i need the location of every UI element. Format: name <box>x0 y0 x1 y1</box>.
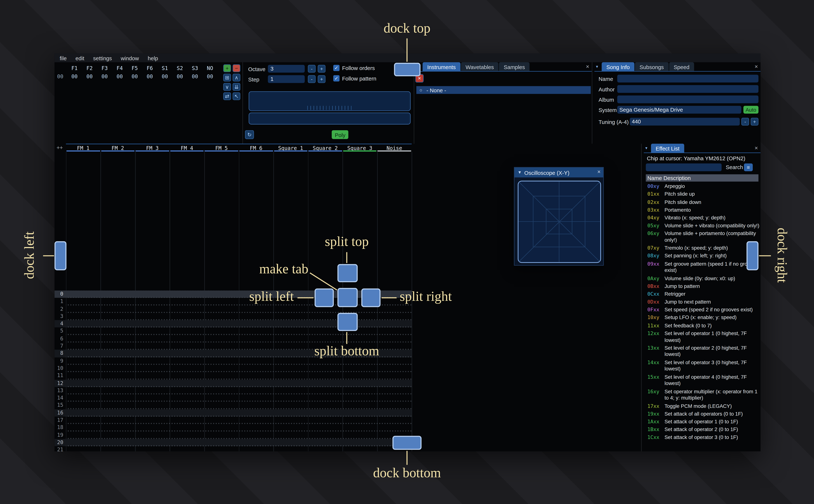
pattern-row[interactable]: 18 <box>55 424 412 431</box>
order-move-down-button[interactable]: ∨ <box>223 83 231 91</box>
dock-target-bottom[interactable] <box>392 436 422 450</box>
follow-pattern-checkbox[interactable]: ✓ Follow pattern <box>333 75 376 81</box>
pattern-cells[interactable] <box>66 439 412 446</box>
step-input[interactable]: 1 <box>268 75 305 83</box>
effect-row[interactable]: 12xx Set level of operator 1 (0 highest,… <box>646 330 761 344</box>
effect-row[interactable]: 0Cxx Retrigger <box>646 290 761 298</box>
effect-row[interactable]: 11xx Set feedback (0 to 7) <box>646 322 761 330</box>
pattern-row[interactable]: 5 <box>55 328 412 335</box>
effect-row[interactable]: 16xy Set operator multiplier (x: operato… <box>646 388 761 402</box>
piano-widget-lower[interactable] <box>249 113 411 125</box>
pattern-cells[interactable] <box>66 335 412 342</box>
pattern-cells[interactable] <box>66 431 412 439</box>
order-edit-button[interactable]: ↖ <box>233 92 240 100</box>
order-cell[interactable]: 00 <box>97 74 112 79</box>
pattern-row[interactable]: 17 <box>55 417 412 424</box>
tuning-plus-button[interactable]: + <box>751 118 758 125</box>
pattern-cells[interactable] <box>66 446 412 452</box>
pattern-row[interactable]: 4 <box>55 320 412 328</box>
dock-target-right[interactable] <box>747 241 759 270</box>
effect-row[interactable]: 00xy Arpeggio <box>646 183 761 190</box>
auto-system-button[interactable]: Auto <box>743 106 759 114</box>
order-cell[interactable]: 00 <box>67 74 82 79</box>
effect-search-input[interactable] <box>646 163 722 171</box>
pattern-row[interactable]: 15 <box>55 402 412 409</box>
pattern-cells[interactable] <box>66 291 412 298</box>
order-change-button[interactable]: ⇄ <box>223 92 231 100</box>
pattern-cells[interactable] <box>66 305 412 313</box>
channel-header[interactable]: FM 3 <box>135 144 170 152</box>
make-tab-target[interactable] <box>337 288 358 307</box>
tab-samples[interactable]: Samples <box>499 62 530 71</box>
effect-row[interactable]: 0Bxx Jump to pattern <box>646 282 761 290</box>
menu-item[interactable]: window <box>121 55 139 61</box>
effect-row[interactable]: 03xx Portamento <box>646 206 761 214</box>
order-cell[interactable]: 00 <box>142 74 157 79</box>
channel-header[interactable]: FM 6 <box>239 144 273 152</box>
author-input[interactable] <box>617 85 759 93</box>
effect-row[interactable]: 05xy Volume slide + vibrato (compatibili… <box>646 222 761 230</box>
channel-header[interactable]: Square 2 <box>308 144 343 152</box>
pattern-row[interactable]: 11 <box>55 372 412 379</box>
close-icon[interactable]: × <box>586 63 589 70</box>
order-cell[interactable]: 00 <box>112 74 127 79</box>
hamburger-menu-icon[interactable]: ≡ <box>744 163 753 171</box>
effect-row[interactable]: 0Dxx Jump to next pattern <box>646 298 761 306</box>
tuning-input[interactable]: 440 <box>630 118 740 125</box>
channel-header[interactable]: FM 5 <box>204 144 239 152</box>
pattern-cells[interactable] <box>66 394 412 402</box>
pattern-expand-button[interactable]: ++ <box>57 145 63 151</box>
tab-speed[interactable]: Speed <box>669 62 694 71</box>
pattern-row[interactable]: 20 <box>55 439 412 446</box>
order-remove-button[interactable]: − <box>233 64 240 72</box>
menu-item[interactable]: help <box>148 55 158 61</box>
pattern-row[interactable]: 19 <box>55 431 412 439</box>
octave-plus-button[interactable]: + <box>318 65 325 73</box>
pattern-row[interactable]: 2 <box>55 305 412 313</box>
split-target-right[interactable] <box>361 288 380 307</box>
channel-header[interactable]: FM 4 <box>170 144 204 152</box>
order-move-up-button[interactable]: ∧ <box>233 74 240 81</box>
pattern-cells[interactable] <box>66 387 412 394</box>
order-cell[interactable]: 00 <box>172 74 187 79</box>
order-duplicate-end-button[interactable]: ⇊ <box>233 83 240 91</box>
pattern-row[interactable]: 10 <box>55 365 412 372</box>
effect-row[interactable]: 19xx Set attack of all operators (0 to 1… <box>646 410 761 418</box>
step-plus-button[interactable]: + <box>318 75 325 83</box>
pattern-row[interactable]: 21 <box>55 446 412 452</box>
pattern-cells[interactable] <box>66 379 412 387</box>
tab-effect-list[interactable]: Effect List <box>651 144 684 153</box>
effect-row[interactable]: 1Axx Set attack of operator 1 (0 to 1F) <box>646 418 761 426</box>
channel-header[interactable]: FM 2 <box>100 144 135 152</box>
pattern-row[interactable]: 1 <box>55 298 412 305</box>
instrument-list-item[interactable]: ○ - None - <box>417 86 591 94</box>
octave-minus-button[interactable]: - <box>308 65 315 73</box>
pattern-row[interactable]: 16 <box>55 409 412 417</box>
dock-target-left[interactable] <box>55 241 67 270</box>
split-target-left[interactable] <box>315 288 334 307</box>
close-icon[interactable]: × <box>597 169 601 175</box>
order-duplicate-button[interactable]: ⊞ <box>223 74 231 81</box>
tab-subsongs[interactable]: Subsongs <box>635 62 668 71</box>
pattern-cells[interactable] <box>66 298 412 305</box>
pattern-row[interactable]: 6 <box>55 335 412 342</box>
channel-header[interactable]: FM 1 <box>66 144 101 152</box>
effect-row[interactable]: 1Cxx Set attack of operator 3 (0 to 1F) <box>646 434 761 442</box>
order-cell[interactable]: 00 <box>127 74 142 79</box>
effect-row[interactable]: 04xy Vibrato (x: speed; y: depth) <box>646 214 761 222</box>
pattern-cells[interactable] <box>66 328 412 335</box>
pattern-cells[interactable] <box>66 417 412 424</box>
order-row[interactable]: 00000000000000000000 <box>67 74 217 79</box>
pattern-cells[interactable] <box>66 424 412 431</box>
pattern-row[interactable]: 14 <box>55 394 412 402</box>
channel-header[interactable]: Noise <box>377 144 412 152</box>
effect-row[interactable]: 07xy Tremolo (x: speed; y: depth) <box>646 244 761 252</box>
album-input[interactable] <box>617 95 759 103</box>
dock-target-top[interactable] <box>394 63 421 76</box>
pattern-cells[interactable] <box>66 409 412 417</box>
effect-row[interactable]: 14xx Set level of operator 3 (0 highest,… <box>646 359 761 373</box>
order-cell[interactable]: 00 <box>202 74 217 79</box>
collapse-icon[interactable]: ▼ <box>518 170 522 175</box>
pattern-row[interactable]: 13 <box>55 387 412 394</box>
tuning-minus-button[interactable]: - <box>741 118 749 125</box>
